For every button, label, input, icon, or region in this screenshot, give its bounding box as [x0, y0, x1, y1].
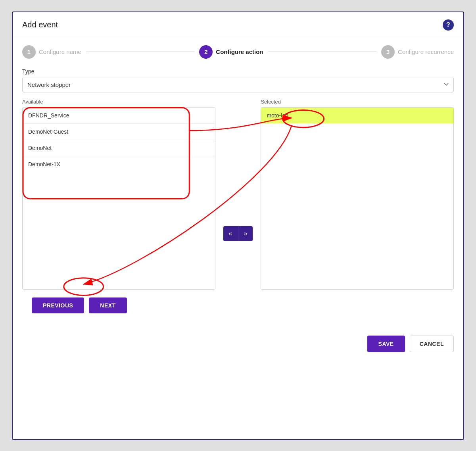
selected-list-item[interactable]: moto-lab [261, 107, 453, 123]
step-1: 1 Configure name [22, 45, 81, 59]
available-list: DFNDR_Service DemoNet-Guest DemoNet Demo… [22, 107, 215, 290]
bottom-actions: SAVE CANCEL [13, 329, 463, 362]
cancel-button[interactable]: CANCEL [410, 336, 454, 352]
selected-label: Selected [261, 99, 454, 105]
step-2-circle: 2 [199, 45, 213, 59]
transfer-btn-group: « » [223, 226, 253, 241]
nav-actions: PREVIOUS NEXT [22, 290, 454, 321]
step-line-1 [86, 52, 195, 52]
step-3-circle: 3 [381, 45, 395, 59]
type-label: Type [22, 68, 454, 75]
modal-container: Add event ? 1 Configure name 2 Configure… [12, 12, 464, 440]
step-1-circle: 1 [22, 45, 36, 59]
bottom-left-buttons: PREVIOUS NEXT [32, 297, 127, 313]
available-label: Available [22, 99, 215, 105]
step-1-label: Configure name [39, 48, 81, 55]
list-item[interactable]: DFNDR_Service [23, 107, 215, 124]
transfer-controls: « » [215, 99, 261, 290]
save-button[interactable]: SAVE [367, 336, 405, 352]
step-line-2 [268, 52, 377, 52]
move-right-button[interactable]: » [238, 226, 253, 241]
next-button[interactable]: NEXT [89, 297, 127, 313]
type-select[interactable]: Network stopper [22, 77, 454, 92]
selected-section: Selected moto-lab [261, 99, 454, 290]
step-2: 2 Configure action [199, 45, 263, 59]
list-item[interactable]: DemoNet-1X [23, 156, 215, 172]
step-2-label: Configure action [216, 48, 263, 55]
step-3: 3 Configure recurrence [381, 45, 454, 59]
step-3-label: Configure recurrence [398, 48, 454, 55]
selected-list: moto-lab [261, 107, 454, 290]
form-content: Type Network stopper Available DFNDR_Ser… [13, 68, 463, 329]
available-section: Available DFNDR_Service DemoNet-Guest De… [22, 99, 215, 290]
list-item[interactable]: DemoNet-Guest [23, 124, 215, 140]
modal-header: Add event ? [13, 12, 463, 37]
list-item[interactable]: DemoNet [23, 140, 215, 156]
previous-button[interactable]: PREVIOUS [32, 297, 84, 313]
help-icon[interactable]: ? [443, 19, 454, 31]
modal-title: Add event [22, 20, 58, 29]
lists-container: Available DFNDR_Service DemoNet-Guest De… [22, 99, 454, 290]
stepper: 1 Configure name 2 Configure action 3 Co… [13, 37, 463, 67]
move-left-button[interactable]: « [223, 226, 238, 241]
